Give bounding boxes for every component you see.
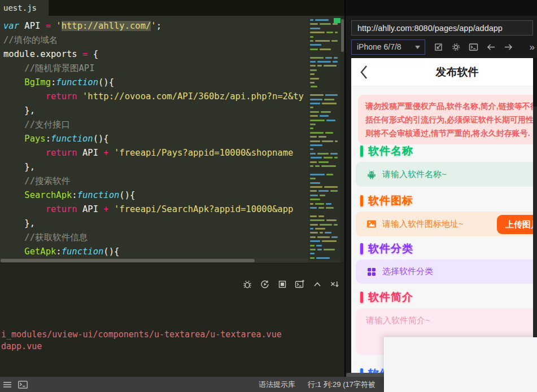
minimap-bar bbox=[310, 23, 318, 25]
minimap-bar bbox=[310, 49, 318, 50]
terminal-plus-icon[interactable] bbox=[295, 279, 305, 289]
minimap-bar bbox=[315, 165, 320, 167]
section-accent-bar bbox=[360, 146, 363, 157]
collapse-panel-icon[interactable] bbox=[312, 279, 322, 289]
minimap-bar bbox=[324, 186, 338, 188]
minimap-bar bbox=[310, 257, 315, 259]
minimap-bar bbox=[326, 32, 333, 33]
minimap-bar bbox=[317, 249, 322, 250]
minimap-bar bbox=[325, 232, 331, 234]
section-header-app-category: 软件分类 bbox=[360, 241, 413, 256]
editor-vertical-scrollbar[interactable] bbox=[340, 16, 344, 263]
browser-vertical-scrollbar[interactable] bbox=[533, 58, 537, 377]
minimap-bar bbox=[310, 69, 317, 71]
minimap-bar bbox=[315, 19, 329, 21]
minimap-bar bbox=[310, 240, 320, 242]
code-line: //搜索软件 bbox=[0, 174, 308, 188]
terminal-icon[interactable] bbox=[18, 381, 28, 389]
code-area[interactable]: var API = 'http://ahlly.com/';//填你的域名mod… bbox=[0, 19, 308, 261]
minimap-bar bbox=[334, 157, 338, 158]
minimap-bar bbox=[325, 94, 338, 96]
minimap-bar bbox=[325, 132, 333, 134]
console-toggle-icon[interactable] bbox=[469, 42, 478, 52]
grid-icon bbox=[366, 266, 377, 278]
minimap-bar bbox=[310, 32, 325, 33]
code-line: }, bbox=[0, 217, 308, 231]
app-category-select[interactable]: 选择软件分类 bbox=[356, 259, 537, 284]
minimap-bar bbox=[326, 219, 337, 221]
editor-horizontal-scrollbar-thumb[interactable] bbox=[1, 259, 255, 262]
minimap-bar bbox=[321, 165, 336, 167]
device-select[interactable]: iPhone 6/7/8 bbox=[351, 39, 425, 55]
minimap-bar bbox=[310, 144, 322, 146]
minimap-bar bbox=[322, 103, 337, 104]
restart-icon[interactable] bbox=[260, 279, 270, 289]
minimap-bar bbox=[318, 215, 324, 217]
mobile-preview-page: 发布软件 请勿投稿严重侵权产品,软件名称,简介,链接等不得包括任何形式的引流行为… bbox=[351, 58, 537, 377]
section-header-app-icon: 软件图标 bbox=[360, 193, 413, 208]
minimap-bar bbox=[310, 107, 313, 108]
minimap-bar bbox=[320, 195, 325, 196]
list-icon[interactable] bbox=[3, 381, 11, 388]
device-select-value: iPhone 6/7/8 bbox=[357, 40, 401, 54]
minimap-bar bbox=[322, 240, 337, 242]
minimap-bar bbox=[310, 19, 313, 21]
minimap-bar bbox=[310, 215, 317, 217]
debug-icon[interactable] bbox=[242, 279, 252, 289]
minimap-bar bbox=[333, 61, 338, 63]
editor-horizontal-scrollbar[interactable] bbox=[0, 258, 308, 263]
minimap-bar bbox=[310, 224, 318, 226]
upload-image-button[interactable]: 上传图片 bbox=[497, 215, 537, 234]
code-editor[interactable]: var API = 'http://ahlly.com/';//填你的域名mod… bbox=[0, 16, 344, 263]
code-line: var API = 'http://ahlly.com/'; bbox=[0, 19, 308, 33]
console-line: i_modules/uview-ui/components/u-textarea… bbox=[1, 329, 282, 341]
app-name-placeholder: 请输入软件名称~ bbox=[382, 169, 447, 180]
browser-vertical-scrollbar-thumb[interactable] bbox=[533, 58, 537, 107]
minimap-bar bbox=[310, 94, 324, 96]
minimap-bar bbox=[334, 57, 338, 59]
panel-divider[interactable] bbox=[344, 0, 346, 377]
minimap-bar bbox=[317, 236, 330, 238]
minimap-bar bbox=[318, 190, 329, 192]
editor-vertical-scrollbar-thumb[interactable] bbox=[341, 19, 344, 52]
code-line: //填你的域名 bbox=[0, 33, 308, 47]
section-accent-bar bbox=[360, 243, 363, 254]
page-title: 发布软件 bbox=[351, 58, 537, 86]
minimap-bar bbox=[310, 203, 313, 205]
overlay-popup[interactable] bbox=[384, 337, 537, 392]
code-line: }, bbox=[0, 160, 308, 174]
section-label: 软件图标 bbox=[368, 193, 413, 208]
gear-icon[interactable] bbox=[451, 42, 461, 52]
editor-tab-request-js[interactable]: uest.js bbox=[0, 0, 49, 16]
url-input[interactable]: http://ahlly.com:8080/pages/app/addapp bbox=[351, 20, 533, 36]
minimap-bar bbox=[310, 219, 325, 221]
minimap-bar bbox=[310, 78, 319, 80]
browser-toolbar: iPhone 6/7/8 bbox=[351, 39, 537, 55]
stop-icon[interactable] bbox=[277, 279, 287, 289]
forward-arrow-icon[interactable] bbox=[504, 42, 513, 52]
app-name-input[interactable]: 请输入软件名称~ bbox=[356, 162, 537, 187]
minimap[interactable] bbox=[308, 17, 340, 261]
open-external-icon[interactable] bbox=[434, 42, 443, 52]
minimap-bar bbox=[330, 153, 338, 155]
minimap-bar bbox=[316, 245, 322, 246]
minimap-bar bbox=[310, 65, 316, 67]
minimap-bar bbox=[330, 190, 338, 192]
back-arrow-icon[interactable] bbox=[486, 42, 496, 52]
minimap-bar bbox=[310, 161, 317, 163]
minimap-bar bbox=[324, 249, 335, 250]
clear-console-icon[interactable] bbox=[330, 279, 340, 289]
minimap-bar bbox=[331, 236, 338, 238]
minimap-bar bbox=[310, 186, 322, 188]
chevron-down-icon bbox=[415, 46, 420, 49]
editor-tabbar: uest.js bbox=[0, 0, 344, 16]
minimap-bar bbox=[310, 153, 316, 155]
browser-tabstrip: Web浏览器 × bbox=[346, 0, 537, 16]
minimap-bar bbox=[310, 148, 313, 150]
minimap-bar bbox=[316, 257, 330, 259]
minimap-bar bbox=[310, 199, 320, 200]
syntax-library-status[interactable]: 语法提示库 bbox=[259, 377, 295, 392]
more-tools-icon[interactable]: » bbox=[530, 39, 535, 55]
app-intro-placeholder: 请输入软件简介~ bbox=[366, 315, 430, 326]
minimap-bar bbox=[320, 49, 331, 50]
